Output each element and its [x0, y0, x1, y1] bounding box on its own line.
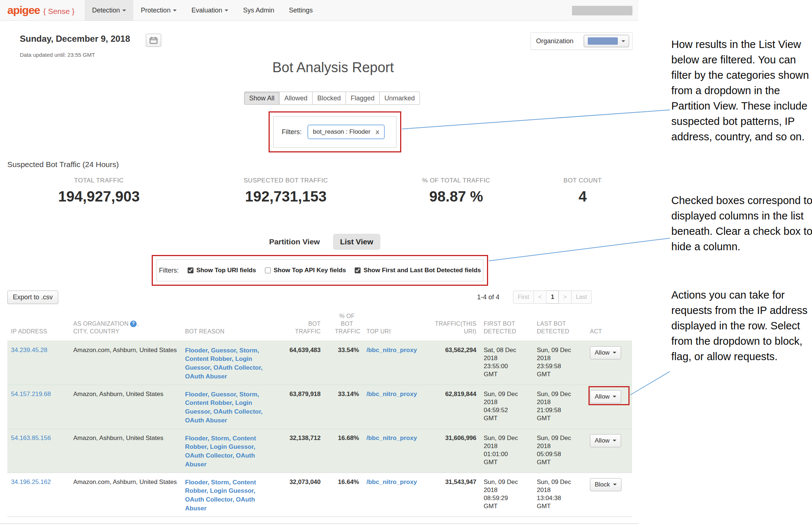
org-cell: Amazon, Ashburn, United States	[70, 385, 181, 429]
stat-value: 98.87 %	[383, 188, 529, 205]
nav-item-protection[interactable]: Protection	[133, 0, 184, 21]
col-header-traffic-this-uri: TRAFFIC(THIS URI)	[423, 310, 480, 341]
pct-cell: 16.68%	[324, 429, 363, 473]
first-detected-cell: Sun, 09 Dec 2018 01:01:00 GMT	[484, 434, 521, 466]
table-row: 54.157.219.68 Amazon, Ashburn, United St…	[7, 385, 632, 429]
nav-item-sys-admin[interactable]: Sys Admin	[236, 0, 281, 21]
apigee-sense-logo[interactable]: apigee { Sense }	[7, 4, 74, 16]
col-header-last-bot-detected: LAST BOT DETECTED	[533, 310, 586, 341]
export-csv-button[interactable]: Export to .csv	[7, 291, 58, 304]
tab-show-all[interactable]: Show All	[244, 92, 280, 105]
ip-address-link[interactable]: 54.157.219.68	[11, 391, 51, 398]
pagination-prev-button[interactable]: <	[534, 291, 546, 304]
col-header-as-organization: AS ORGANIZATION?, CITY, COUNTRY	[70, 310, 181, 341]
stat-value: 4	[535, 188, 630, 205]
checkbox-label: Show Top API Key fields	[274, 267, 346, 274]
filters-label: Filters:	[282, 128, 302, 136]
stat-suspected-bot-traffic: SUSPECTED BOT TRAFFIC 192,731,153	[205, 177, 366, 205]
top-uri-link[interactable]: /bbc_nitro_proxy	[366, 347, 417, 354]
annotation-paragraph-3: Actions you can take for requests from t…	[671, 287, 812, 364]
organization-dropdown[interactable]	[584, 35, 629, 47]
checkbox-group-top-uri: Show Top URI fields	[188, 267, 256, 274]
bot-reason-links[interactable]: Flooder, Guessor, Storm, Content Robber,…	[185, 346, 269, 381]
organization-label: Organization	[536, 37, 573, 45]
checkbox-show-first-last-detected[interactable]	[355, 267, 361, 273]
top-uri-link[interactable]: /bbc_nitro_proxy	[366, 478, 417, 485]
nav-label-protection: Protection	[141, 7, 170, 14]
action-dropdown[interactable]: Allow	[590, 346, 621, 359]
tab-list-view[interactable]: List View	[333, 234, 380, 250]
nav-item-settings[interactable]: Settings	[282, 0, 320, 21]
city-country-header-text: CITY, COUNTRY	[73, 328, 119, 334]
org-cell: Amazon.com, Ashburn, United States	[70, 473, 181, 517]
action-dropdown[interactable]: Allow	[590, 434, 621, 447]
tab-allowed[interactable]: Allowed	[280, 92, 313, 105]
calendar-button[interactable]	[146, 34, 161, 47]
top-nav: apigee { Sense } Detection Protection Ev…	[0, 0, 638, 21]
action-dropdown[interactable]: Allow	[590, 390, 621, 403]
pagination-next-button[interactable]: >	[559, 291, 571, 304]
filter-tag-text: bot_reason : Flooder	[313, 128, 370, 136]
annotation-paragraph-1: How results in the List View below are f…	[671, 37, 812, 144]
action-dropdown[interactable]: Block	[590, 478, 621, 491]
stat-label: BOT COUNT	[535, 177, 630, 184]
table-header-row: IP ADDRESS AS ORGANIZATION?, CITY, COUNT…	[7, 310, 632, 341]
traffic-this-uri-cell: 63,562,294	[423, 341, 480, 385]
page-title: Bot Analysis Report	[272, 60, 394, 75]
stat-pct-total-traffic: % OF TOTAL TRAFFIC 98.87 %	[383, 177, 529, 205]
pagination: First < 1 > Last	[513, 291, 592, 304]
table-row: 34.239.45.28 Amazon.com, Ashburn, United…	[7, 341, 632, 385]
nav-label-detection: Detection	[92, 7, 120, 14]
nav-label-evaluation: Evaluation	[191, 7, 222, 14]
sense-wordmark: { Sense }	[43, 7, 74, 16]
checkbox-show-top-uri[interactable]	[188, 267, 193, 273]
traffic-this-uri-cell: 31,543,947	[423, 473, 480, 517]
chevron-down-icon	[173, 10, 177, 11]
pagination-first-button[interactable]: First	[513, 291, 534, 304]
nav-item-detection[interactable]: Detection	[85, 0, 133, 21]
ip-address-link[interactable]: 34.196.25.162	[11, 478, 51, 485]
data-updated-text: Data updated until: 23:55 GMT	[20, 52, 95, 58]
chevron-down-icon	[122, 10, 126, 11]
pagination-range: 1-4 of 4	[477, 293, 499, 301]
nav-label-settings: Settings	[289, 7, 313, 14]
org-cell: Amazon.com, Ashburn, United States	[70, 341, 181, 385]
ip-address-link[interactable]: 54.163.85.156	[11, 435, 51, 441]
top-uri-link[interactable]: /bbc_nitro_proxy	[366, 435, 417, 441]
bot-reason-links[interactable]: Flooder, Guessor, Storm, Content Robber,…	[185, 390, 269, 425]
top-uri-link[interactable]: /bbc_nitro_proxy	[366, 391, 417, 398]
chevron-down-icon	[621, 40, 625, 42]
nav-item-evaluation[interactable]: Evaluation	[184, 0, 236, 21]
checkbox-show-api-key[interactable]	[265, 267, 271, 273]
tab-partition-view[interactable]: Partition View	[269, 237, 320, 246]
annotation-paragraph-2: Checked boxes correspond to displayed co…	[671, 193, 812, 254]
main-menu: Detection Protection Evaluation Sys Admi…	[85, 0, 320, 21]
user-account-redacted[interactable]	[572, 6, 632, 15]
last-detected-cell: Sun, 09 Dec 2018 21:09:58 GMT	[537, 390, 574, 422]
action-label: Allow	[595, 349, 610, 356]
pagination-page-1-button[interactable]: 1	[546, 291, 559, 304]
bot-traffic-cell: 32,138,712	[273, 429, 324, 473]
pagination-last-button[interactable]: Last	[572, 291, 592, 304]
col-header-bot-traffic: BOT TRAFFIC	[273, 310, 324, 341]
bot-traffic-cell: 63,879,918	[273, 385, 324, 429]
section-title: Suspected Bot Traffic (24 Hours)	[7, 160, 119, 169]
bot-list-table: IP ADDRESS AS ORGANIZATION?, CITY, COUNT…	[7, 310, 632, 517]
action-label: Block	[595, 481, 610, 488]
help-icon[interactable]: ?	[130, 321, 137, 327]
bot-reason-links[interactable]: Flooder, Storm, Content Robber, Login Gu…	[185, 478, 269, 513]
chevron-down-icon	[613, 396, 616, 398]
chevron-down-icon	[613, 484, 617, 485]
remove-filter-button[interactable]: X	[376, 129, 379, 135]
checkbox-label: Show First and Last Bot Detected fields	[363, 267, 481, 274]
view-switcher: Partition View List View	[0, 234, 638, 250]
stat-label: TOTAL TRAFFIC	[22, 177, 176, 184]
bot-reason-links[interactable]: Flooder, Storm, Content Robber, Login Gu…	[185, 434, 269, 469]
ip-address-link[interactable]: 34.239.45.28	[11, 347, 47, 354]
checkbox-group-api-key: Show Top API Key fields	[265, 267, 346, 274]
tab-flagged[interactable]: Flagged	[346, 92, 380, 105]
organization-selector: Organization	[531, 32, 632, 50]
tab-blocked[interactable]: Blocked	[313, 92, 346, 105]
tab-unmarked[interactable]: Unmarked	[380, 92, 420, 105]
last-detected-cell: Sun, 09 Dec 2018 05:09:58 GMT	[537, 434, 574, 466]
